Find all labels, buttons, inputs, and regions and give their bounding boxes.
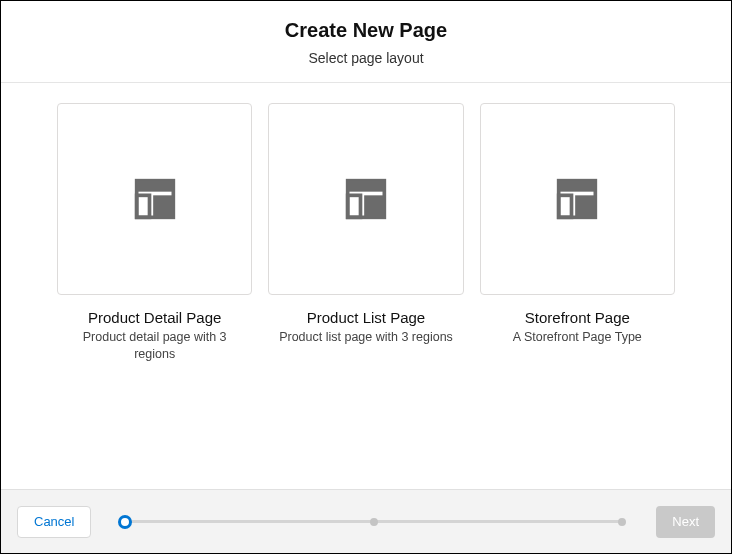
- cancel-button[interactable]: Cancel: [17, 506, 91, 538]
- layout-options: Product Detail Page Product detail page …: [1, 83, 731, 489]
- layout-option-product-list[interactable]: Product List Page Product list page with…: [268, 103, 463, 346]
- layout-label: Product Detail Page: [88, 309, 221, 326]
- layout-description: Product list page with 3 regions: [279, 329, 453, 346]
- next-button[interactable]: Next: [656, 506, 715, 538]
- progress-indicator: [115, 512, 632, 532]
- progress-step-3[interactable]: [618, 518, 626, 526]
- svg-rect-1: [136, 181, 173, 192]
- svg-rect-9: [559, 181, 596, 192]
- layout-option-product-detail[interactable]: Product Detail Page Product detail page …: [57, 103, 252, 363]
- svg-rect-3: [153, 195, 173, 217]
- dialog-header: Create New Page Select page layout: [1, 1, 731, 83]
- layout-card: [268, 103, 463, 295]
- progress-step-1[interactable]: [118, 515, 132, 529]
- layout-label: Storefront Page: [525, 309, 630, 326]
- progress-step-2[interactable]: [370, 518, 378, 526]
- layout-option-storefront[interactable]: Storefront Page A Storefront Page Type: [480, 103, 675, 346]
- svg-rect-11: [575, 195, 595, 217]
- svg-rect-10: [559, 195, 572, 217]
- svg-rect-6: [348, 195, 361, 217]
- svg-rect-7: [364, 195, 384, 217]
- layout-icon: [344, 177, 388, 221]
- svg-rect-5: [348, 181, 385, 192]
- layout-icon: [133, 177, 177, 221]
- layout-card: [57, 103, 252, 295]
- svg-rect-2: [136, 195, 149, 217]
- dialog-subtitle: Select page layout: [1, 50, 731, 66]
- layout-description: Product detail page with 3 regions: [65, 329, 245, 363]
- layout-description: A Storefront Page Type: [513, 329, 642, 346]
- dialog-title: Create New Page: [1, 19, 731, 42]
- layout-card: [480, 103, 675, 295]
- dialog-footer: Cancel Next: [1, 489, 731, 553]
- layout-label: Product List Page: [307, 309, 425, 326]
- layout-icon: [555, 177, 599, 221]
